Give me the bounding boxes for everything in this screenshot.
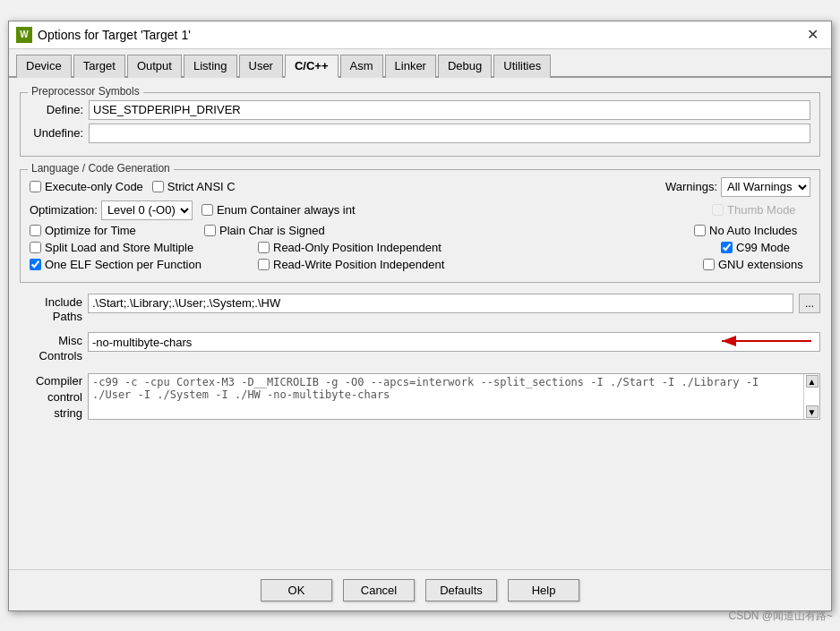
watermark: CSDN @闻道山有路~	[728, 609, 833, 624]
include-paths-row: IncludePaths ...	[20, 294, 820, 326]
compiler-string-textarea[interactable]: -c99 -c -cpu Cortex-M3 -D__MICROLIB -g -…	[89, 374, 803, 417]
compiler-string-label: Compilercontrolstring	[20, 373, 82, 422]
compiler-scroll-down[interactable]: ▼	[806, 405, 819, 418]
include-paths-label: IncludePaths	[20, 294, 82, 326]
tab-bar: Device Target Output Listing User C/C++ …	[9, 49, 831, 78]
c99-label: C99 Mode	[736, 241, 790, 254]
language-group: Language / Code Generation Execute-only …	[20, 169, 820, 283]
include-paths-browse-button[interactable]: ...	[799, 294, 820, 313]
thumb-mode-checkbox	[712, 204, 724, 216]
no-auto-checkbox[interactable]	[694, 225, 706, 236]
defaults-button[interactable]: Defaults	[425, 579, 497, 601]
misc-controls-row: MiscControls	[20, 332, 820, 364]
title-bar: W Options for Target 'Target 1' ✕	[9, 21, 831, 49]
readonly-pos-label: Read-Only Position Independent	[273, 241, 441, 254]
readwrite-pos-label: Read-Write Position Independent	[273, 258, 444, 271]
warnings-label: Warnings:	[665, 180, 717, 193]
compiler-string-section: Compilercontrolstring -c99 -c -cpu Corte…	[20, 373, 820, 422]
define-row: Define:	[30, 100, 810, 120]
tab-target[interactable]: Target	[73, 55, 125, 78]
split-load-checkbox[interactable]	[30, 242, 41, 253]
plain-char-check[interactable]: Plain Char is Signed	[204, 224, 383, 237]
strict-ansi-label: Strict ANSI C	[167, 180, 236, 193]
optimize-time-checkbox[interactable]	[30, 225, 41, 236]
one-elf-checkbox[interactable]	[30, 259, 41, 270]
gnu-ext-label: GNU extensions	[718, 258, 803, 271]
enum-container-label: Enum Container always int	[217, 203, 356, 217]
c99-checkbox[interactable]	[721, 242, 733, 253]
execute-only-checkbox[interactable]	[30, 181, 41, 192]
optimization-select[interactable]: Level 0 (-O0)	[101, 200, 193, 220]
bottom-bar: OK Cancel Defaults Help	[9, 569, 831, 610]
app-icon: W	[16, 27, 32, 43]
dialog-title: Options for Target 'Target 1'	[38, 28, 191, 42]
tab-user[interactable]: User	[239, 55, 283, 78]
include-paths-input[interactable]	[88, 294, 793, 313]
close-button[interactable]: ✕	[801, 26, 824, 44]
define-label: Define:	[30, 103, 83, 116]
gnu-ext-check[interactable]: GNU extensions	[703, 258, 810, 271]
tab-output[interactable]: Output	[127, 55, 182, 78]
undefine-row: Undefine:	[30, 124, 810, 143]
readonly-pos-check[interactable]: Read-Only Position Independent	[258, 241, 455, 254]
gnu-ext-checkbox[interactable]	[703, 259, 715, 270]
misc-controls-input[interactable]	[88, 332, 820, 352]
plain-char-checkbox[interactable]	[204, 225, 216, 236]
no-auto-label: No Auto Includes	[709, 224, 797, 237]
dialog: W Options for Target 'Target 1' ✕ Device…	[8, 21, 832, 611]
optimization-label: Optimization:	[30, 203, 98, 217]
plain-char-label: Plain Char is Signed	[219, 224, 325, 237]
tab-cpp[interactable]: C/C++	[285, 55, 339, 78]
optimization-row: Optimization: Level 0 (-O0)	[30, 200, 193, 220]
split-load-label: Split Load and Store Multiple	[45, 241, 193, 254]
misc-controls-wrap	[88, 332, 820, 352]
undefine-label: Undefine:	[30, 126, 83, 140]
readwrite-pos-check[interactable]: Read-Write Position Independent	[258, 258, 455, 271]
compiler-scroll-up[interactable]: ▲	[806, 375, 819, 388]
tab-linker[interactable]: Linker	[385, 55, 436, 78]
execute-only-check[interactable]: Execute-only Code	[30, 180, 143, 193]
readwrite-pos-checkbox[interactable]	[258, 259, 270, 270]
optimize-time-check[interactable]: Optimize for Time	[30, 224, 195, 237]
tab-listing[interactable]: Listing	[184, 55, 237, 78]
language-group-label: Language / Code Generation	[28, 162, 174, 175]
thumb-mode-check: Thumb Mode	[712, 203, 810, 217]
no-auto-check[interactable]: No Auto Includes	[694, 224, 810, 237]
one-elf-label: One ELF Section per Function	[45, 258, 201, 271]
optimize-time-label: Optimize for Time	[45, 224, 136, 237]
define-input[interactable]	[89, 100, 810, 120]
split-load-check[interactable]: Split Load and Store Multiple	[30, 241, 249, 254]
warnings-row: Warnings: All Warnings	[665, 177, 810, 197]
warnings-select[interactable]: All Warnings	[721, 177, 810, 197]
preprocessor-group: Preprocessor Symbols Define: Undefine:	[20, 92, 820, 157]
misc-controls-label: MiscControls	[20, 332, 82, 364]
cancel-button[interactable]: Cancel	[343, 579, 415, 601]
c99-check[interactable]: C99 Mode	[721, 241, 810, 254]
tab-device[interactable]: Device	[16, 55, 72, 78]
ok-button[interactable]: OK	[261, 579, 332, 601]
include-paths-section: IncludePaths ...	[20, 294, 820, 326]
preprocessor-group-label: Preprocessor Symbols	[28, 85, 143, 98]
enum-container-checkbox[interactable]	[201, 204, 213, 216]
help-button[interactable]: Help	[508, 579, 579, 601]
execute-only-label: Execute-only Code	[45, 180, 143, 193]
tab-asm[interactable]: Asm	[340, 55, 383, 78]
undefine-input[interactable]	[89, 124, 810, 143]
tab-utilities[interactable]: Utilities	[493, 55, 551, 78]
thumb-mode-label: Thumb Mode	[727, 203, 796, 217]
main-content: Preprocessor Symbols Define: Undefine: L…	[9, 78, 831, 569]
strict-ansi-check[interactable]: Strict ANSI C	[152, 180, 287, 193]
one-elf-check[interactable]: One ELF Section per Function	[30, 258, 249, 271]
tab-debug[interactable]: Debug	[438, 55, 492, 78]
enum-container-check[interactable]: Enum Container always int	[201, 203, 381, 217]
readonly-pos-checkbox[interactable]	[258, 242, 270, 253]
strict-ansi-checkbox[interactable]	[152, 181, 164, 192]
